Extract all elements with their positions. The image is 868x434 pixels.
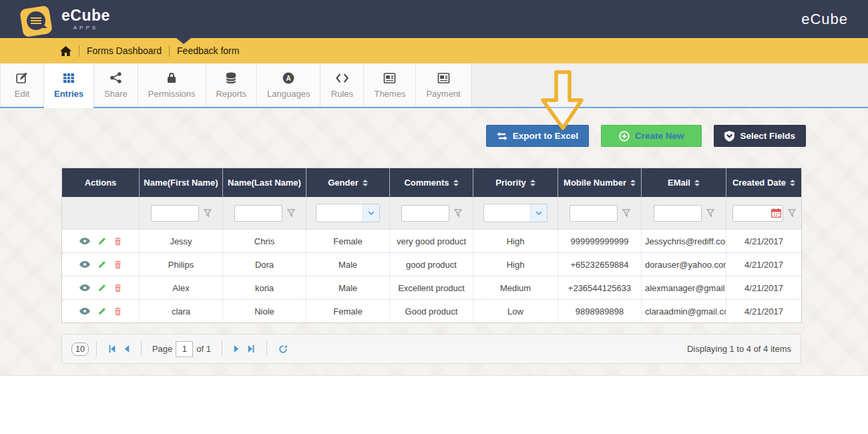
next-page-button[interactable] xyxy=(234,345,240,353)
table-icon xyxy=(63,71,75,84)
sort-icon xyxy=(453,180,459,186)
grid-pagination-bar: 10 Page of 1 Displaying 1 to 4 of 4 item… xyxy=(61,334,801,364)
sort-icon xyxy=(790,180,795,186)
tab-rules[interactable]: Rules xyxy=(320,63,364,107)
col-header-email[interactable]: EMail xyxy=(642,168,726,198)
gender-filter-select[interactable] xyxy=(316,204,380,222)
breadcrumb-bar: Forms Dashboard Feedback form xyxy=(0,38,868,63)
cell-first-name: clara xyxy=(140,300,223,323)
breadcrumb-forms-dashboard[interactable]: Forms Dashboard xyxy=(87,45,162,56)
filter-funnel-icon[interactable] xyxy=(287,209,295,217)
grid-filter-row xyxy=(62,197,802,230)
col-header-priority[interactable]: Priority xyxy=(473,168,558,198)
refresh-icon[interactable] xyxy=(278,345,288,354)
edit-entry-icon[interactable] xyxy=(98,260,106,268)
breadcrumb-divider xyxy=(169,45,170,57)
view-entry-icon[interactable] xyxy=(79,284,90,291)
breadcrumb-feedback-form: Feedback form xyxy=(177,45,239,56)
cell-comments: good product xyxy=(390,253,473,276)
top-navbar: eCube APPS eCube xyxy=(0,0,868,38)
cell-first-name: Jessy xyxy=(140,230,223,253)
filter-funnel-icon[interactable] xyxy=(788,209,796,217)
edit-entry-icon[interactable] xyxy=(98,284,106,292)
delete-entry-icon[interactable] xyxy=(114,284,122,292)
tab-reports[interactable]: Reports xyxy=(206,63,258,107)
calendar-icon[interactable] xyxy=(771,208,781,218)
view-entry-icon[interactable] xyxy=(79,238,90,244)
col-header-last-name[interactable]: Name(Last Name) xyxy=(223,168,306,198)
sort-icon xyxy=(694,180,700,186)
last-name-filter-input[interactable] xyxy=(234,205,282,222)
home-icon[interactable] xyxy=(60,46,71,56)
share-icon xyxy=(110,71,122,84)
brand-subtitle: APPS xyxy=(73,25,98,31)
page-label: Page xyxy=(152,344,172,354)
edit-entry-icon[interactable] xyxy=(98,307,106,315)
tab-themes[interactable]: Themes xyxy=(364,63,416,107)
cell-priority: High xyxy=(473,253,558,276)
pager-divider xyxy=(96,341,97,357)
filter-funnel-icon[interactable] xyxy=(622,209,630,217)
delete-entry-icon[interactable] xyxy=(114,260,122,269)
shield-check-icon xyxy=(724,131,734,142)
delete-entry-icon[interactable] xyxy=(114,307,122,316)
col-header-created-date[interactable]: Created Date xyxy=(726,168,802,198)
cell-created-date: 4/21/2017 xyxy=(726,300,802,323)
filter-funnel-icon[interactable] xyxy=(204,209,212,217)
tab-share[interactable]: Share xyxy=(94,63,138,107)
mobile-number-filter-input[interactable] xyxy=(570,205,618,222)
previous-page-button[interactable] xyxy=(124,345,130,353)
col-header-gender[interactable]: Gender xyxy=(306,168,390,198)
delete-entry-icon[interactable] xyxy=(114,237,122,246)
view-entry-icon[interactable] xyxy=(79,308,90,314)
col-header-first-name[interactable]: Name(First Name) xyxy=(140,168,223,198)
sort-icon xyxy=(630,180,636,186)
tab-permissions[interactable]: Permissions xyxy=(138,63,206,107)
navbar-right-brand: eCube xyxy=(801,11,848,28)
app-window: eCube APPS eCube Forms Dashboard Feedbac… xyxy=(0,0,868,434)
cell-priority: High xyxy=(473,230,558,253)
table-row: Philips Dora Male good product High +652… xyxy=(62,253,802,276)
tab-label: Reports xyxy=(216,89,247,99)
tab-edit[interactable]: Edit xyxy=(0,63,44,107)
cell-mobile: 9898989898 xyxy=(558,300,642,323)
tab-languages[interactable]: A Languages xyxy=(257,63,320,107)
svg-text:A: A xyxy=(286,74,291,81)
col-header-mobile-number[interactable]: Mobile Number xyxy=(558,168,642,198)
cell-email: claraadmin@gmail.com xyxy=(642,300,726,323)
comments-filter-input[interactable] xyxy=(401,205,449,222)
edit-icon xyxy=(16,71,28,84)
first-page-button[interactable] xyxy=(108,345,116,353)
dropdown-notch xyxy=(176,38,191,44)
col-header-comments[interactable]: Comments xyxy=(390,168,473,198)
cell-comments: Good product xyxy=(390,300,473,323)
priority-filter-select[interactable] xyxy=(483,204,548,222)
page-size-selector[interactable]: 10 xyxy=(71,343,89,356)
tab-entries[interactable]: Entries xyxy=(44,63,94,107)
cell-last-name: Niole xyxy=(223,300,306,323)
filter-actions-empty xyxy=(62,197,140,230)
ecube-logo[interactable]: eCube APPS xyxy=(20,2,110,37)
edit-entry-icon[interactable] xyxy=(98,237,106,245)
filter-funnel-icon[interactable] xyxy=(454,209,462,217)
page-number-input[interactable] xyxy=(176,341,193,357)
sort-icon xyxy=(530,180,535,186)
tab-label: Payment xyxy=(426,89,460,99)
select-fields-button[interactable]: Select Fields xyxy=(714,125,806,147)
cell-created-date: 4/21/2017 xyxy=(726,230,802,253)
cell-comments: Excellent product xyxy=(390,276,473,300)
first-name-filter-input[interactable] xyxy=(151,205,199,222)
create-new-button[interactable]: Create New xyxy=(601,125,702,147)
chevron-down-icon xyxy=(363,204,379,222)
filter-funnel-icon[interactable] xyxy=(706,209,714,217)
email-filter-input[interactable] xyxy=(654,205,702,222)
cell-gender: Male xyxy=(306,276,390,300)
last-page-button[interactable] xyxy=(248,345,255,353)
pager-divider xyxy=(141,341,142,357)
tab-payment[interactable]: Payment xyxy=(416,63,471,107)
cell-first-name: Philips xyxy=(140,253,223,276)
cell-last-name: Chris xyxy=(223,230,306,253)
view-entry-icon[interactable] xyxy=(79,261,90,268)
cell-mobile: +65232659884 xyxy=(558,253,642,276)
brand-name: eCube xyxy=(61,8,110,23)
